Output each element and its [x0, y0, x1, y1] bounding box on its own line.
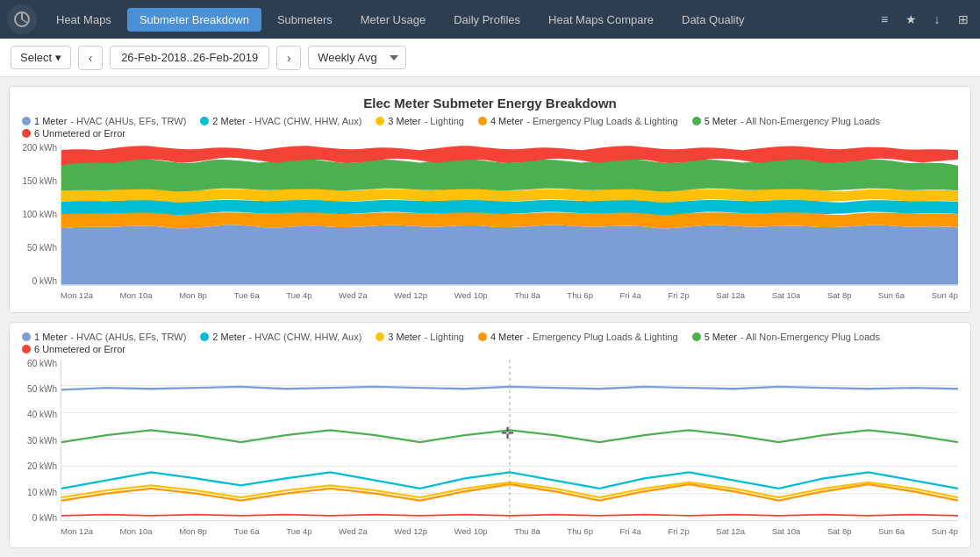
chart-panel-1: Elec Meter Submeter Energy Breakdown 1 M…	[9, 86, 971, 313]
legend-dot-4	[478, 117, 487, 125]
chart2-y-axis: 0 kWh 10 kWh 20 kWh 30 kWh 40 kWh 50 kWh…	[22, 360, 61, 524]
chart2-plot: ✛	[61, 360, 958, 522]
x2-label: Sun 6a	[878, 526, 905, 536]
legend2-item-2: 2 Meter - HVAC (CHW, HHW, Aux)	[200, 332, 361, 342]
x2-label: Wed 12p	[394, 526, 427, 536]
main-content: Elec Meter Submeter Energy Breakdown 1 M…	[0, 77, 980, 557]
y2-label-10kwh: 10 kWh	[22, 489, 61, 497]
star-icon[interactable]: ★	[901, 10, 920, 29]
x-label: Fri 2p	[668, 290, 689, 300]
tab-meter-usage[interactable]: Meter Usage	[348, 8, 438, 32]
grid-icon[interactable]: ⊞	[954, 10, 973, 29]
x2-label: Wed 10p	[454, 526, 488, 536]
legend2-dot-6	[22, 345, 31, 353]
legend2-dot-4	[478, 332, 487, 341]
legend2-desc-4: - Emergency Plug Loads & Lighting	[526, 332, 677, 342]
legend-item-5: 5 Meter - All Non-Emergency Plug Loads	[692, 116, 880, 126]
next-button[interactable]: ›	[276, 46, 301, 70]
x-label: Sat 8p	[827, 290, 851, 300]
tab-submeters[interactable]: Submeters	[265, 8, 345, 32]
y-label-150kwh: 150 kWh	[22, 177, 61, 186]
legend2-dot-3	[376, 332, 384, 341]
tab-daily-profiles[interactable]: Daily Profiles	[441, 8, 533, 32]
x-label: Sun 4p	[932, 290, 958, 300]
legend2-item-1: 1 Meter - HVAC (AHUs, EFs, TRW)	[22, 332, 186, 342]
menu-icon[interactable]: ≡	[875, 10, 894, 29]
x-label: Fri 4a	[620, 290, 641, 300]
y2-label-40kwh: 40 kWh	[22, 411, 61, 419]
legend-dot-2	[200, 117, 209, 125]
x2-label: Sat 10a	[772, 526, 801, 536]
x2-label: Thu 8a	[514, 526, 540, 536]
legend2-label-6: 6 Unmetered or Error	[34, 344, 125, 354]
legend2-dot-5	[692, 332, 701, 341]
legend2-desc-3: - Lighting	[425, 332, 464, 342]
select-label: Select	[20, 51, 52, 64]
y-label-0kwh: 0 kWh	[22, 277, 61, 286]
legend-desc-2: - HVAC (CHW, HHW, Aux)	[249, 116, 362, 126]
app-logo[interactable]	[7, 4, 37, 34]
x-label: Sun 6a	[878, 290, 905, 300]
date-range-display: 26-Feb-2018..26-Feb-2019	[110, 46, 269, 69]
legend-desc-3: - Lighting	[425, 116, 464, 126]
tab-heat-maps-compare[interactable]: Heat Maps Compare	[536, 8, 666, 32]
legend2-desc-1: - HVAC (AHUs, EFs, TRW)	[70, 332, 186, 342]
prev-button[interactable]: ‹	[78, 46, 103, 70]
x2-label: Mon 10a	[120, 526, 153, 536]
legend2-item-6: 6 Unmetered or Error	[22, 344, 125, 354]
chart1-legend: 1 Meter - HVAC (AHUs, EFs, TRW) 2 Meter …	[22, 116, 958, 139]
legend2-item-5: 5 Meter - All Non-Emergency Plug Loads	[692, 332, 880, 342]
download-icon[interactable]: ↓	[927, 10, 947, 29]
x-label: Wed 12p	[394, 290, 427, 300]
legend-item-4: 4 Meter - Emergency Plug Loads & Lightin…	[478, 116, 678, 126]
chart1-y-axis: 0 kWh 50 kWh 100 kWh 150 kWh 200 kWh	[22, 144, 61, 286]
x-label: Thu 8a	[514, 290, 540, 300]
chart-panel-2: 1 Meter - HVAC (AHUs, EFs, TRW) 2 Meter …	[9, 322, 971, 549]
legend2-label-5: 5 Meter	[705, 332, 737, 342]
chart1-svg	[61, 144, 958, 285]
chart2-area: 0 kWh 10 kWh 20 kWh 30 kWh 40 kWh 50 kWh…	[22, 360, 958, 539]
x-label: Sat 10a	[772, 290, 801, 300]
x2-label: Fri 4a	[620, 526, 641, 536]
legend2-dot-2	[200, 332, 209, 341]
x-label: Wed 10p	[454, 290, 488, 300]
y-label-50kwh: 50 kWh	[22, 244, 61, 253]
y2-label-30kwh: 30 kWh	[22, 437, 61, 446]
tab-submeter-breakdown[interactable]: Submeter Breakdown	[127, 8, 261, 32]
x2-label: Sun 4p	[932, 526, 958, 536]
chart1-x-axis: Mon 12a Mon 10a Mon 8p Tue 6a Tue 4p Wed…	[61, 288, 958, 303]
y-label-200kwh: 200 kWh	[22, 144, 61, 153]
chart1-plot	[61, 144, 958, 286]
y2-label-50kwh: 50 kWh	[22, 385, 61, 394]
legend2-label-3: 3 Meter	[388, 332, 420, 342]
chart1-title: Elec Meter Submeter Energy Breakdown	[22, 96, 958, 111]
y2-label-20kwh: 20 kWh	[22, 462, 61, 471]
x2-label: Mon 12a	[61, 526, 93, 536]
x-label: Tue 6a	[233, 290, 259, 300]
legend-dot-6	[22, 129, 31, 138]
period-select[interactable]: Weekly Avg Daily Avg Monthly Avg	[308, 46, 406, 69]
select-button[interactable]: Select ▾	[11, 46, 71, 69]
toolbar: Select ▾ ‹ 26-Feb-2018..26-Feb-2019 › We…	[0, 39, 980, 77]
legend-item-3: 3 Meter - Lighting	[376, 116, 464, 126]
legend-desc-5: - All Non-Emergency Plug Loads	[740, 116, 880, 126]
legend-dot-5	[692, 117, 701, 125]
x2-label: Sat 8p	[827, 526, 851, 536]
select-chevron-icon: ▾	[55, 51, 61, 64]
legend-item-2: 2 Meter - HVAC (CHW, HHW, Aux)	[200, 116, 361, 126]
top-navigation: Heat Maps Submeter Breakdown Submeters M…	[0, 0, 980, 39]
legend-desc-1: - HVAC (AHUs, EFs, TRW)	[70, 116, 186, 126]
legend-label-2: 2 Meter	[212, 116, 245, 126]
legend-dot-3	[376, 117, 384, 125]
x-label: Wed 2a	[339, 290, 368, 300]
x-label: Mon 8p	[179, 290, 207, 300]
legend2-desc-2: - HVAC (CHW, HHW, Aux)	[249, 332, 362, 342]
chart2-x-axis: Mon 12a Mon 10a Mon 8p Tue 6a Tue 4p Wed…	[61, 523, 958, 539]
x2-label: Sat 12a	[716, 526, 745, 536]
x2-label: Wed 2a	[339, 526, 368, 536]
tab-heat-maps[interactable]: Heat Maps	[44, 8, 124, 32]
tab-data-quality[interactable]: Data Quality	[669, 8, 757, 32]
legend2-label-4: 4 Meter	[490, 332, 523, 342]
legend2-item-3: 3 Meter - Lighting	[376, 332, 464, 342]
svg-line-2	[22, 19, 27, 23]
